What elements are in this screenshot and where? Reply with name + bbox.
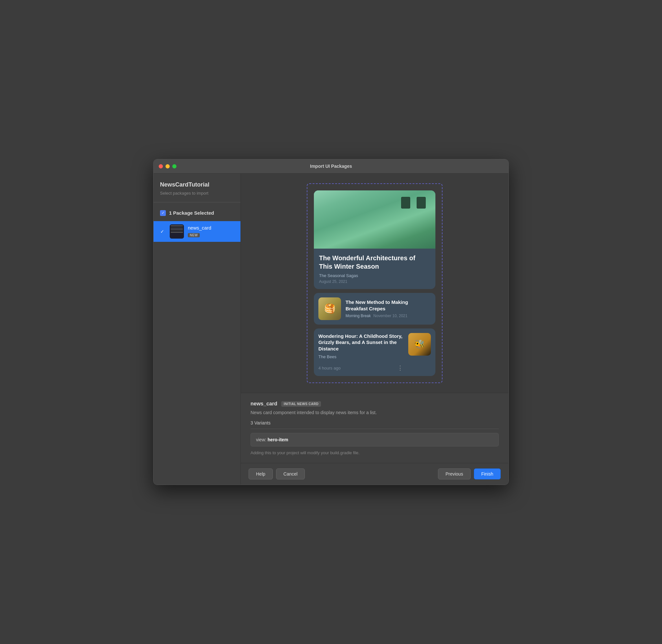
medium-card-title: The New Method to Making Breakfast Crepe… (346, 299, 431, 312)
compact-card-source: The Bees (318, 354, 404, 359)
sidebar-divider (153, 202, 240, 202)
traffic-lights (159, 164, 176, 168)
shutter-right (417, 197, 426, 209)
compact-card-title: Wondering Hour: A Childhood Story, Grizz… (318, 333, 404, 352)
finish-button[interactable]: Finish (474, 468, 501, 479)
compact-card-bottom: 4 hours ago ⋮ (318, 364, 404, 371)
compact-thumb-image: 🐝 (408, 333, 431, 355)
preview-area: The Wonderful Architectures of This Wint… (241, 174, 509, 393)
package-name: news_card (188, 225, 235, 231)
shutter-left (401, 197, 410, 209)
package-selected-row: ✓ 1 Package Selected (153, 208, 240, 221)
hero-card-source: The Seasonal Sagas (319, 273, 430, 278)
compact-card-content: Wondering Hour: A Childhood Story, Grizz… (318, 333, 404, 372)
bottom-panel: news_card INITIAL NEWS CARD News card co… (241, 393, 509, 463)
title-bar: Import UI Packages (153, 159, 509, 174)
medium-card-thumbnail: 🥞 (318, 297, 341, 320)
shutters-decoration (401, 197, 426, 209)
hero-card-content: The Wonderful Architectures of This Wint… (314, 249, 435, 289)
thumb-line-3 (171, 229, 183, 230)
medium-card-date: November 10, 2021 (373, 314, 407, 318)
package-thumbnail (170, 224, 184, 238)
compact-news-card: Wondering Hour: A Childhood Story, Grizz… (314, 328, 435, 376)
previous-button[interactable]: Previous (438, 468, 470, 479)
sidebar-project-name: NewsCardTutorial (153, 181, 240, 191)
variant-row: view: hero-item (251, 433, 499, 446)
variants-header: 3 Variants (251, 420, 499, 429)
sidebar: NewsCardTutorial Select packages to impo… (153, 174, 241, 485)
close-button[interactable] (159, 164, 163, 168)
bottom-package-name: news_card (251, 401, 277, 407)
food-emoji: 🥞 (324, 303, 335, 314)
compact-card-thumbnail: 🐝 (408, 333, 431, 355)
sidebar-subtitle: Select packages to import (153, 191, 240, 202)
medium-card-content: The New Method to Making Breakfast Crepe… (346, 299, 431, 318)
hero-card-image (314, 190, 435, 249)
thumb-line-2 (171, 227, 183, 228)
dashed-preview-border: The Wonderful Architectures of This Wint… (307, 183, 443, 384)
bottom-package-header: news_card INITIAL NEWS CARD (251, 401, 499, 407)
medium-news-card: 🥞 The New Method to Making Breakfast Cre… (314, 293, 435, 325)
package-info: news_card NEW (188, 225, 235, 238)
package-selected-label: 1 Package Selected (169, 210, 214, 216)
window-title: Import UI Packages (310, 164, 352, 169)
hero-news-card: The Wonderful Architectures of This Wint… (314, 190, 435, 289)
main-content: NewsCardTutorial Select packages to impo… (153, 174, 509, 485)
variant-view-value: hero-item (268, 437, 288, 442)
bottom-note: Adding this to your project will modify … (251, 450, 499, 455)
more-options-button[interactable]: ⋮ (397, 364, 404, 371)
bottom-package-badge: INITIAL NEWS CARD (281, 401, 321, 407)
footer-left-buttons: Help Cancel (249, 468, 305, 479)
thumb-line-4 (171, 230, 183, 231)
package-item-check: ✓ (159, 228, 166, 235)
maximize-button[interactable] (172, 164, 176, 168)
thumb-line-5 (171, 232, 183, 233)
medium-card-meta: Morning Break November 10, 2021 (346, 314, 431, 318)
help-button[interactable]: Help (249, 468, 273, 479)
medium-thumb-image: 🥞 (318, 297, 341, 320)
minimize-button[interactable] (166, 164, 170, 168)
bee-emoji: 🐝 (415, 339, 425, 349)
import-packages-window: Import UI Packages NewsCardTutorial Sele… (153, 159, 509, 485)
bottom-package-description: News card component intended to display … (251, 410, 499, 415)
compact-card-time: 4 hours ago (318, 366, 341, 370)
cancel-button[interactable]: Cancel (276, 468, 305, 479)
hero-card-title: The Wonderful Architectures of This Wint… (319, 254, 430, 271)
hero-card-date: August 25, 2021 (319, 279, 430, 284)
package-selected-checkbox[interactable]: ✓ (160, 210, 166, 216)
medium-card-source: Morning Break (346, 314, 371, 318)
main-area: The Wonderful Architectures of This Wint… (241, 174, 509, 485)
checkmark-icon: ✓ (162, 211, 165, 215)
package-list-item[interactable]: ✓ news_card NEW (153, 221, 240, 242)
footer: Help Cancel Previous Finish (241, 463, 509, 485)
package-new-badge: NEW (188, 233, 200, 237)
variant-view-label: view: (256, 437, 266, 442)
footer-right-buttons: Previous Finish (438, 468, 501, 479)
thumb-line-1 (171, 225, 183, 226)
